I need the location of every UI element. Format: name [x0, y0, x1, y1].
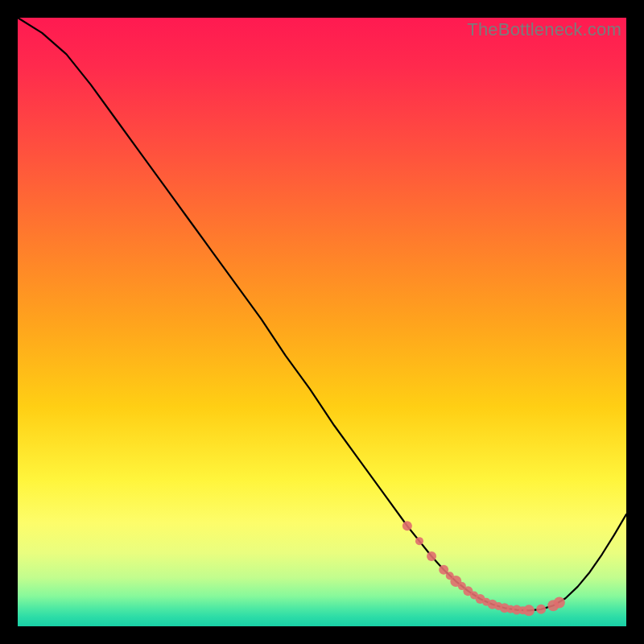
data-marker — [402, 521, 412, 530]
bottleneck-curve — [18, 18, 626, 610]
data-marker — [536, 605, 546, 614]
marker-group — [402, 521, 565, 616]
data-marker — [523, 605, 535, 616]
chart-frame: TheBottleneck.com — [18, 18, 626, 626]
plot-svg — [18, 18, 626, 626]
data-marker — [554, 597, 565, 609]
data-marker — [427, 551, 436, 561]
data-marker — [415, 537, 423, 545]
